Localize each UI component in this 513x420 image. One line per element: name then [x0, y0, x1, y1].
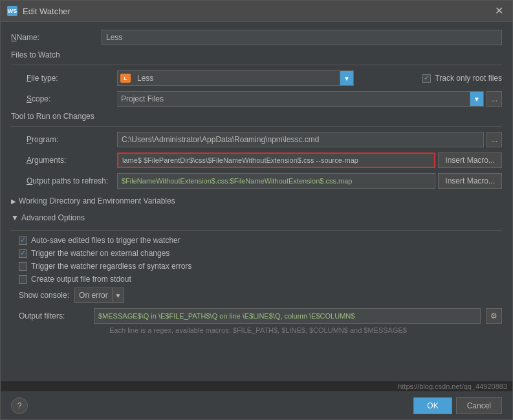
output-filters-button[interactable]: ⚙: [486, 308, 502, 324]
files-to-watch-header: Files to Watch: [11, 50, 502, 59]
output-filters-input[interactable]: [94, 308, 481, 324]
scope-row: Scope: Project Files ▼ ...: [11, 91, 502, 107]
output-paths-input[interactable]: [117, 173, 435, 189]
tool-section-header: Tool to Run on Changes: [11, 112, 502, 121]
program-row: Program: ...: [11, 132, 502, 147]
url-bar: https://blog.csdn.net/qq_44920883: [1, 381, 512, 392]
auto-save-row: Auto-save edited files to trigger the wa…: [19, 236, 502, 245]
arguments-label: Arguments:: [27, 156, 117, 165]
trigger-external-row: Trigger the watcher on external changes: [19, 249, 502, 258]
footer: https://blog.csdn.net/qq_44920883 ? OK C…: [1, 381, 512, 419]
output-paths-row: Output paths to refresh: Insert Macro...: [11, 173, 502, 189]
trigger-syntax-label: Trigger the watcher regardless of syntax…: [31, 262, 191, 271]
section-divider-2: [11, 126, 502, 127]
file-type-dropdown-arrow[interactable]: ▼: [340, 70, 354, 86]
scope-value: Project Files: [117, 91, 470, 107]
create-output-row: Create output file from stdout: [19, 275, 502, 284]
cancel-button[interactable]: Cancel: [456, 397, 502, 414]
create-output-label: Create output file from stdout: [31, 275, 131, 284]
working-directory-row[interactable]: ▶ Working Directory and Environment Vari…: [11, 194, 502, 208]
output-filters-label: Output filters:: [19, 311, 89, 320]
scope-dropdown-arrow[interactable]: ▼: [470, 91, 484, 107]
section-divider-3: [11, 230, 502, 231]
console-dropdown-arrow[interactable]: ▼: [113, 288, 124, 303]
help-button[interactable]: ?: [11, 397, 28, 414]
advanced-options-header[interactable]: ▼ Advanced Options: [11, 211, 502, 225]
file-type-value: Less: [133, 70, 340, 86]
track-root-files-label: Track only root files: [435, 74, 502, 83]
name-input[interactable]: [102, 30, 502, 45]
show-console-label: Show console:: [19, 291, 69, 300]
trigger-external-checkbox[interactable]: [19, 249, 27, 258]
section-divider-1: [11, 65, 502, 65]
console-select[interactable]: On error Always Never: [74, 288, 113, 303]
advanced-options-content: Auto-save edited files to trigger the wa…: [11, 236, 502, 334]
create-output-checkbox[interactable]: [19, 275, 27, 284]
regex-hint: Each line is a regex, available macros: …: [19, 326, 502, 334]
program-label: Program:: [27, 135, 117, 144]
trigger-syntax-row: Trigger the watcher regardless of syntax…: [19, 262, 502, 271]
name-row: NName:: [11, 30, 502, 45]
ws-icon: WS: [7, 6, 17, 16]
show-console-row: Show console: On error Always Never ▼: [19, 288, 502, 303]
scope-label: Scope:: [27, 94, 117, 103]
track-root-files-checkbox[interactable]: [422, 74, 431, 83]
trigger-syntax-checkbox[interactable]: [19, 262, 27, 271]
program-browse-button[interactable]: ...: [486, 132, 502, 147]
advanced-label: Advanced Options: [21, 213, 85, 222]
title-bar-left: WS Edit Watcher: [7, 6, 71, 16]
trigger-external-label: Trigger the watcher on external changes: [31, 249, 169, 258]
output-paths-insert-macro-button[interactable]: Insert Macro...: [438, 173, 502, 189]
auto-save-checkbox[interactable]: [19, 236, 27, 245]
footer-buttons: OK Cancel: [413, 397, 502, 414]
auto-save-label: Auto-save edited files to trigger the wa…: [31, 236, 180, 245]
ok-button[interactable]: OK: [413, 397, 452, 414]
file-type-row: File type: L Less ▼ Track only root file…: [11, 70, 502, 86]
edit-watcher-dialog: WS Edit Watcher ✕ NName: Files to Watch …: [0, 0, 513, 420]
advanced-arrow: ▼: [11, 213, 19, 222]
close-button[interactable]: ✕: [492, 5, 506, 17]
program-input[interactable]: [117, 132, 484, 147]
dialog-title: Edit Watcher: [23, 6, 71, 16]
less-file-icon: L: [117, 70, 133, 86]
dialog-content: NName: Files to Watch File type: L Less …: [1, 22, 512, 381]
footer-bar: ? OK Cancel: [1, 392, 512, 419]
name-label: NName:: [11, 33, 102, 42]
output-filters-row: Output filters: ⚙: [19, 308, 502, 324]
console-select-wrapper: On error Always Never ▼: [74, 288, 124, 303]
file-type-label: File type:: [27, 74, 117, 83]
working-directory-label: Working Directory and Environment Variab…: [19, 196, 175, 205]
working-directory-arrow: ▶: [11, 198, 16, 205]
arguments-row: Arguments: Insert Macro...: [11, 152, 502, 168]
title-bar: WS Edit Watcher ✕: [1, 1, 512, 22]
scope-dots-button[interactable]: ...: [486, 91, 502, 107]
output-paths-label: Output paths to refresh:: [27, 176, 117, 185]
arguments-insert-macro-button[interactable]: Insert Macro...: [438, 152, 502, 168]
less-icon: L: [120, 74, 131, 83]
arguments-input[interactable]: [117, 152, 435, 168]
advanced-options-section: ▼ Advanced Options Auto-save edited file…: [11, 211, 502, 334]
